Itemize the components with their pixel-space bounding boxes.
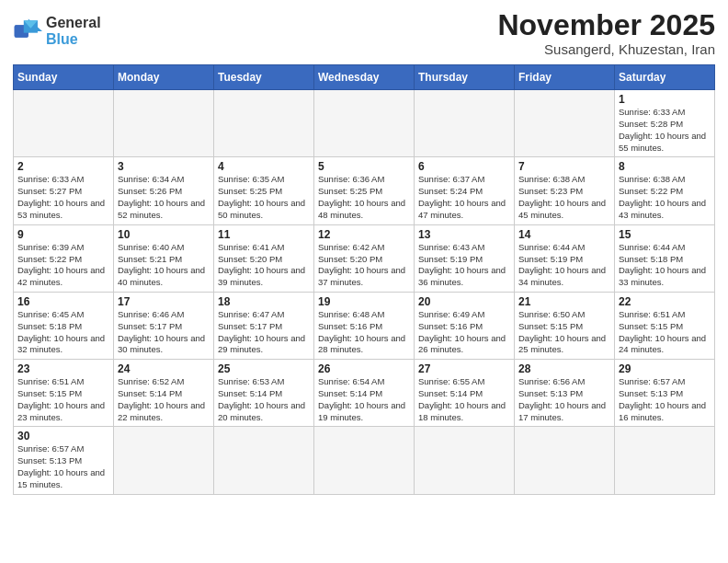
day-number: 24 (118, 362, 210, 375)
calendar-row: 30Sunrise: 6:57 AMSunset: 5:13 PMDayligh… (14, 427, 715, 494)
calendar-cell: 29Sunrise: 6:57 AMSunset: 5:13 PMDayligh… (615, 360, 715, 427)
weekday-monday: Monday (114, 65, 214, 90)
calendar-cell (415, 427, 515, 494)
day-number: 23 (17, 362, 109, 375)
day-number: 15 (619, 228, 711, 241)
calendar-cell: 4Sunrise: 6:35 AMSunset: 5:25 PMDaylight… (214, 157, 314, 224)
weekday-header-row: SundayMondayTuesdayWednesdayThursdayFrid… (14, 65, 715, 90)
logo-text: General Blue (46, 15, 101, 47)
header: General Blue November 2025 Susangerd, Kh… (13, 9, 715, 57)
calendar-cell: 23Sunrise: 6:51 AMSunset: 5:15 PMDayligh… (14, 360, 114, 427)
calendar-cell: 19Sunrise: 6:48 AMSunset: 5:16 PMDayligh… (314, 292, 415, 359)
calendar-cell: 30Sunrise: 6:57 AMSunset: 5:13 PMDayligh… (14, 427, 114, 494)
day-number: 7 (518, 160, 610, 173)
day-number: 3 (118, 160, 210, 173)
calendar-cell (615, 427, 715, 494)
calendar-cell (515, 90, 615, 157)
calendar-cell: 3Sunrise: 6:34 AMSunset: 5:26 PMDaylight… (114, 157, 214, 224)
day-info: Sunrise: 6:43 AMSunset: 5:19 PMDaylight:… (418, 242, 510, 289)
day-info: Sunrise: 6:50 AMSunset: 5:15 PMDaylight:… (518, 309, 610, 356)
calendar-cell (114, 90, 214, 157)
day-number: 25 (218, 362, 310, 375)
day-number: 27 (418, 362, 510, 375)
day-info: Sunrise: 6:57 AMSunset: 5:13 PMDaylight:… (619, 376, 711, 423)
day-info: Sunrise: 6:53 AMSunset: 5:14 PMDaylight:… (218, 376, 310, 423)
day-info: Sunrise: 6:38 AMSunset: 5:22 PMDaylight:… (619, 174, 711, 221)
day-info: Sunrise: 6:44 AMSunset: 5:19 PMDaylight:… (518, 242, 610, 289)
calendar-cell: 18Sunrise: 6:47 AMSunset: 5:17 PMDayligh… (214, 292, 314, 359)
calendar-cell: 24Sunrise: 6:52 AMSunset: 5:14 PMDayligh… (114, 360, 214, 427)
calendar-cell (314, 427, 415, 494)
day-info: Sunrise: 6:34 AMSunset: 5:26 PMDaylight:… (118, 174, 210, 221)
calendar-cell: 25Sunrise: 6:53 AMSunset: 5:14 PMDayligh… (214, 360, 314, 427)
calendar-row: 9Sunrise: 6:39 AMSunset: 5:22 PMDaylight… (14, 224, 715, 292)
calendar-cell: 6Sunrise: 6:37 AMSunset: 5:24 PMDaylight… (415, 157, 515, 224)
calendar-cell: 20Sunrise: 6:49 AMSunset: 5:16 PMDayligh… (415, 292, 515, 359)
calendar-cell (114, 427, 214, 494)
day-info: Sunrise: 6:57 AMSunset: 5:13 PMDaylight:… (17, 443, 109, 490)
calendar-cell: 13Sunrise: 6:43 AMSunset: 5:19 PMDayligh… (415, 224, 515, 292)
day-number: 20 (418, 295, 510, 308)
day-info: Sunrise: 6:41 AMSunset: 5:20 PMDaylight:… (218, 242, 310, 289)
calendar-cell: 2Sunrise: 6:33 AMSunset: 5:27 PMDaylight… (14, 157, 114, 224)
calendar-cell: 5Sunrise: 6:36 AMSunset: 5:25 PMDaylight… (314, 157, 415, 224)
calendar-cell: 17Sunrise: 6:46 AMSunset: 5:17 PMDayligh… (114, 292, 214, 359)
day-info: Sunrise: 6:39 AMSunset: 5:22 PMDaylight:… (17, 242, 109, 289)
day-info: Sunrise: 6:35 AMSunset: 5:25 PMDaylight:… (218, 174, 310, 221)
day-info: Sunrise: 6:52 AMSunset: 5:14 PMDaylight:… (118, 376, 210, 423)
day-info: Sunrise: 6:51 AMSunset: 5:15 PMDaylight:… (17, 376, 109, 423)
calendar-cell: 1Sunrise: 6:33 AMSunset: 5:28 PMDaylight… (615, 90, 715, 157)
logo: General Blue (13, 9, 101, 47)
day-info: Sunrise: 6:36 AMSunset: 5:25 PMDaylight:… (318, 174, 410, 221)
calendar-cell: 26Sunrise: 6:54 AMSunset: 5:14 PMDayligh… (314, 360, 415, 427)
day-number: 14 (518, 228, 610, 241)
weekday-tuesday: Tuesday (214, 65, 314, 90)
calendar-cell: 7Sunrise: 6:38 AMSunset: 5:23 PMDaylight… (515, 157, 615, 224)
calendar-cell: 27Sunrise: 6:55 AMSunset: 5:14 PMDayligh… (415, 360, 515, 427)
day-number: 26 (318, 362, 410, 375)
day-number: 29 (619, 362, 711, 375)
page: General Blue November 2025 Susangerd, Kh… (0, 0, 728, 563)
day-number: 6 (418, 160, 510, 173)
day-info: Sunrise: 6:47 AMSunset: 5:17 PMDaylight:… (218, 309, 310, 356)
day-number: 22 (619, 295, 711, 308)
day-number: 13 (418, 228, 510, 241)
calendar-cell: 16Sunrise: 6:45 AMSunset: 5:18 PMDayligh… (14, 292, 114, 359)
calendar-cell: 28Sunrise: 6:56 AMSunset: 5:13 PMDayligh… (515, 360, 615, 427)
day-number: 10 (118, 228, 210, 241)
location: Susangerd, Khuzestan, Iran (497, 41, 715, 57)
day-number: 11 (218, 228, 310, 241)
weekday-wednesday: Wednesday (314, 65, 415, 90)
calendar-cell (14, 90, 114, 157)
day-number: 18 (218, 295, 310, 308)
calendar-cell: 8Sunrise: 6:38 AMSunset: 5:22 PMDaylight… (615, 157, 715, 224)
calendar: SundayMondayTuesdayWednesdayThursdayFrid… (13, 64, 715, 495)
calendar-cell (314, 90, 415, 157)
calendar-cell (214, 90, 314, 157)
day-info: Sunrise: 6:49 AMSunset: 5:16 PMDaylight:… (418, 309, 510, 356)
calendar-row: 2Sunrise: 6:33 AMSunset: 5:27 PMDaylight… (14, 157, 715, 224)
day-number: 30 (17, 430, 109, 442)
day-number: 19 (318, 295, 410, 308)
title-block: November 2025 Susangerd, Khuzestan, Iran (497, 9, 715, 57)
calendar-cell (214, 427, 314, 494)
calendar-cell: 11Sunrise: 6:41 AMSunset: 5:20 PMDayligh… (214, 224, 314, 292)
day-info: Sunrise: 6:44 AMSunset: 5:18 PMDaylight:… (619, 242, 711, 289)
calendar-cell (515, 427, 615, 494)
day-number: 2 (17, 160, 109, 173)
calendar-cell: 12Sunrise: 6:42 AMSunset: 5:20 PMDayligh… (314, 224, 415, 292)
calendar-cell: 22Sunrise: 6:51 AMSunset: 5:15 PMDayligh… (615, 292, 715, 359)
day-number: 9 (17, 228, 109, 241)
calendar-cell: 9Sunrise: 6:39 AMSunset: 5:22 PMDaylight… (14, 224, 114, 292)
weekday-saturday: Saturday (615, 65, 715, 90)
day-number: 12 (318, 228, 410, 241)
day-number: 4 (218, 160, 310, 173)
day-number: 5 (318, 160, 410, 173)
day-info: Sunrise: 6:54 AMSunset: 5:14 PMDaylight:… (318, 376, 410, 423)
day-info: Sunrise: 6:33 AMSunset: 5:28 PMDaylight:… (619, 107, 711, 154)
day-info: Sunrise: 6:33 AMSunset: 5:27 PMDaylight:… (17, 174, 109, 221)
day-info: Sunrise: 6:55 AMSunset: 5:14 PMDaylight:… (418, 376, 510, 423)
calendar-cell: 10Sunrise: 6:40 AMSunset: 5:21 PMDayligh… (114, 224, 214, 292)
day-info: Sunrise: 6:45 AMSunset: 5:18 PMDaylight:… (17, 309, 109, 356)
day-info: Sunrise: 6:51 AMSunset: 5:15 PMDaylight:… (619, 309, 711, 356)
